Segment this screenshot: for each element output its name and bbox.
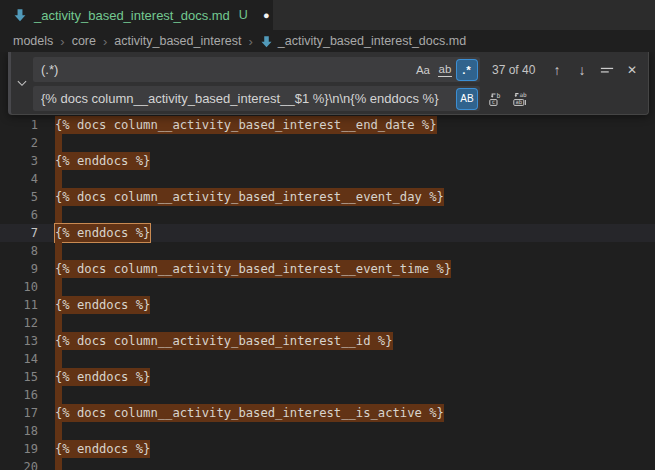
editor-line-18[interactable]: 18 (0, 422, 655, 440)
current-find-match: {% enddocs %} (55, 224, 150, 242)
line-number: 4 (0, 170, 38, 188)
line-content: {% docs column__activity_based_interest_… (55, 116, 437, 134)
find-match: {% docs column__activity_based_interest_… (55, 332, 393, 350)
line-content (55, 458, 62, 470)
editor-line-17[interactable]: 17{% docs column__activity_based_interes… (0, 404, 655, 422)
find-match: {% enddocs %} (55, 368, 150, 386)
editor-line-7[interactable]: 7{% enddocs %} (0, 224, 655, 242)
line-content: {% enddocs %} (55, 296, 150, 314)
empty-line-find-match (55, 206, 62, 224)
editor-line-13[interactable]: 13{% docs column__activity_based_interes… (0, 332, 655, 350)
line-content: {% docs column__activity_based_interest_… (55, 404, 444, 422)
line-content (55, 422, 62, 440)
replace-one-button[interactable]: b c (486, 88, 506, 110)
empty-line-find-match (55, 386, 62, 404)
line-number: 11 (0, 296, 38, 314)
replace-input[interactable]: {% docs column__activity_based_interest_… (33, 86, 480, 111)
editor-line-19[interactable]: 19{% enddocs %} (0, 440, 655, 458)
line-content (55, 242, 62, 260)
line-number: 15 (0, 368, 38, 386)
empty-line-find-match (55, 242, 62, 260)
regex-toggle[interactable]: .* (457, 60, 477, 80)
close-find-button[interactable]: ✕ (622, 59, 642, 81)
line-number: 14 (0, 350, 38, 368)
find-replace-widget: (.*) Aa ab .* 37 of 40 ↑ ↓ (8, 52, 649, 115)
chevron-right-icon: › (248, 34, 252, 49)
editor-line-10[interactable]: 10 (0, 278, 655, 296)
unsaved-changes-dot[interactable]: ● (263, 10, 270, 21)
replace-row: {% docs column__activity_based_interest_… (33, 86, 644, 111)
line-number: 20 (0, 458, 38, 470)
breadcrumb-core[interactable]: core (72, 34, 96, 48)
breadcrumb-filename: _activity_based_interest_docs.md (278, 34, 466, 48)
find-in-selection-button[interactable] (597, 59, 617, 81)
line-content (55, 314, 62, 332)
line-content (55, 206, 62, 224)
whole-word-toggle[interactable]: ab (435, 60, 455, 80)
find-input[interactable]: (.*) Aa ab .* (33, 57, 480, 82)
next-match-button[interactable]: ↓ (572, 59, 592, 81)
match-case-toggle[interactable]: Aa (413, 60, 433, 80)
editor-line-20[interactable]: 20 (0, 458, 655, 470)
find-match: {% enddocs %} (55, 440, 150, 458)
markdown-file-icon (13, 8, 27, 22)
line-number: 17 (0, 404, 38, 422)
line-content: {% enddocs %} (55, 368, 150, 386)
previous-match-button[interactable]: ↑ (547, 59, 567, 81)
chevron-right-icon: › (103, 34, 107, 49)
editor-line-1[interactable]: 1{% docs column__activity_based_interest… (0, 116, 655, 134)
replace-value: {% docs column__activity_based_interest_… (41, 91, 455, 106)
find-match: {% docs column__activity_based_interest_… (55, 404, 444, 422)
empty-line-find-match (55, 422, 62, 440)
empty-line-find-match (55, 278, 62, 296)
find-match: {% docs column__activity_based_interest_… (55, 188, 444, 206)
line-number: 19 (0, 440, 38, 458)
editor-line-15[interactable]: 15{% enddocs %} (0, 368, 655, 386)
line-number: 5 (0, 188, 38, 206)
editor-line-14[interactable]: 14 (0, 350, 655, 368)
editor-line-16[interactable]: 16 (0, 386, 655, 404)
replace-all-button[interactable]: ab ab (510, 88, 530, 110)
line-content: {% enddocs %} (55, 440, 150, 458)
line-number: 2 (0, 134, 38, 152)
editor[interactable]: (.*) Aa ab .* 37 of 40 ↑ ↓ (0, 52, 655, 470)
editor-line-6[interactable]: 6 (0, 206, 655, 224)
markdown-file-icon (260, 35, 273, 48)
line-number: 8 (0, 242, 38, 260)
editor-line-2[interactable]: 2 (0, 134, 655, 152)
line-number: 13 (0, 332, 38, 350)
line-content (55, 350, 62, 368)
tab-filename: _activity_based_interest_docs.md (34, 8, 230, 23)
line-content: {% docs column__activity_based_interest_… (55, 332, 393, 350)
editor-line-3[interactable]: 3{% enddocs %} (0, 152, 655, 170)
svg-text:ab: ab (520, 91, 528, 98)
toggle-replace-chevron[interactable] (11, 52, 33, 114)
line-content (55, 170, 62, 188)
find-match: {% enddocs %} (55, 152, 150, 170)
editor-line-12[interactable]: 12 (0, 314, 655, 332)
git-status-badge: U (239, 8, 248, 22)
editor-line-11[interactable]: 11{% enddocs %} (0, 296, 655, 314)
empty-line-find-match (55, 134, 62, 152)
breadcrumb-activity-based-interest[interactable]: activity_based_interest (114, 34, 241, 48)
breadcrumb-file[interactable]: _activity_based_interest_docs.md (260, 34, 466, 48)
editor-line-9[interactable]: 9{% docs column__activity_based_interest… (0, 260, 655, 278)
line-number: 9 (0, 260, 38, 278)
empty-line-find-match (55, 170, 62, 188)
line-content: {% enddocs %} (55, 152, 150, 170)
tab-active-file[interactable]: _activity_based_interest_docs.md U ● (0, 0, 273, 30)
line-number: 10 (0, 278, 38, 296)
breadcrumb: models › core › activity_based_interest … (0, 30, 655, 52)
empty-line-find-match (55, 350, 62, 368)
svg-text:ab: ab (515, 99, 522, 105)
breadcrumb-models[interactable]: models (13, 34, 53, 48)
preserve-case-toggle[interactable]: AB (457, 89, 477, 109)
editor-line-4[interactable]: 4 (0, 170, 655, 188)
editor-line-5[interactable]: 5{% docs column__activity_based_interest… (0, 188, 655, 206)
line-number: 12 (0, 314, 38, 332)
chevron-right-icon: › (60, 34, 64, 49)
tab-bar: _activity_based_interest_docs.md U ● (0, 0, 655, 30)
line-content (55, 278, 62, 296)
svg-text:c: c (492, 98, 496, 105)
editor-line-8[interactable]: 8 (0, 242, 655, 260)
